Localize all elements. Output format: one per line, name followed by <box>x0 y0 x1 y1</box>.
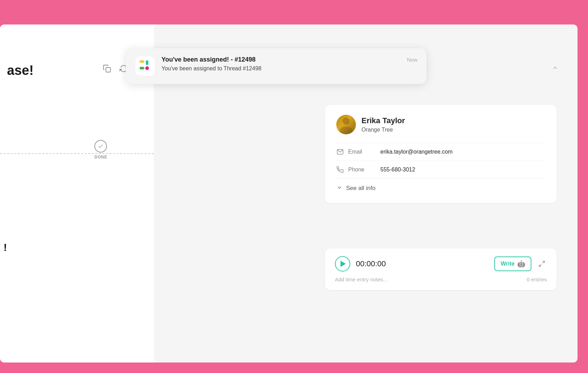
svg-rect-0 <box>106 68 110 72</box>
done-label: DONE <box>94 155 107 160</box>
contact-organization: Orange Tree <box>361 127 405 133</box>
notification-toast: You've been assigned! - #12498 You've be… <box>126 48 426 84</box>
timer-note-placeholder[interactable]: Add time entry notes... <box>335 276 387 282</box>
write-bot-icon: 🤖 <box>517 260 525 268</box>
expand-button[interactable] <box>537 259 547 269</box>
timer-panel: 00:00:00 Write 🤖 Add time entry notes...… <box>325 248 557 290</box>
avatar <box>336 115 356 134</box>
timer-row: 00:00:00 Write 🤖 <box>335 256 547 272</box>
phone-row: Phone 555-680-3012 <box>336 161 545 178</box>
svg-rect-4 <box>139 60 144 63</box>
notification-title: You've been assigned! - #12498 <box>162 56 401 63</box>
see-all-label: See all info <box>346 185 375 192</box>
email-value: erika.taylor@orangetree.com <box>380 149 453 155</box>
email-label: Email <box>348 149 376 155</box>
phone-label: Phone <box>348 167 376 173</box>
done-step: DONE <box>94 140 107 160</box>
chevron-down-icon <box>336 184 343 192</box>
contact-header: Erika Taylor Orange Tree <box>336 115 545 134</box>
notification-app-icon <box>135 56 155 76</box>
partial-title-bottom: ! <box>3 241 7 253</box>
close-button[interactable] <box>550 63 560 73</box>
svg-point-7 <box>145 66 149 70</box>
svg-line-3 <box>539 265 542 267</box>
write-button[interactable]: Write 🤖 <box>494 256 531 271</box>
contact-name: Erika Taylor <box>361 116 405 125</box>
avatar-image <box>336 115 356 134</box>
partial-title-top: ase! <box>7 63 34 78</box>
phone-value: 555-680-3012 <box>380 167 415 173</box>
play-button[interactable] <box>335 256 350 272</box>
timer-note-row: Add time entry notes... 0 entries <box>335 276 547 282</box>
copy-icon[interactable] <box>101 63 113 74</box>
notification-body: You've been assigned to Thread #12498 <box>162 65 401 72</box>
contact-info-panel: Erika Taylor Orange Tree Email erika.tay… <box>325 105 557 203</box>
contact-name-org: Erika Taylor Orange Tree <box>361 116 405 133</box>
svg-rect-6 <box>139 67 144 69</box>
see-all-info-button[interactable]: See all info <box>336 178 545 193</box>
notification-time: Now <box>407 57 417 63</box>
svg-line-2 <box>543 261 545 263</box>
notification-content: You've been assigned! - #12498 You've be… <box>162 56 401 72</box>
timer-display: 00:00:00 <box>356 259 489 268</box>
phone-icon <box>336 166 344 174</box>
email-row: Email erika.taylor@orangetree.com <box>336 143 545 161</box>
entries-count: 0 entries <box>526 276 547 282</box>
email-icon <box>336 148 344 156</box>
done-divider <box>0 153 157 154</box>
toolbar <box>101 63 129 74</box>
play-icon <box>340 261 346 267</box>
svg-rect-5 <box>146 60 148 65</box>
done-circle-icon <box>94 140 107 153</box>
write-button-label: Write <box>501 261 515 267</box>
